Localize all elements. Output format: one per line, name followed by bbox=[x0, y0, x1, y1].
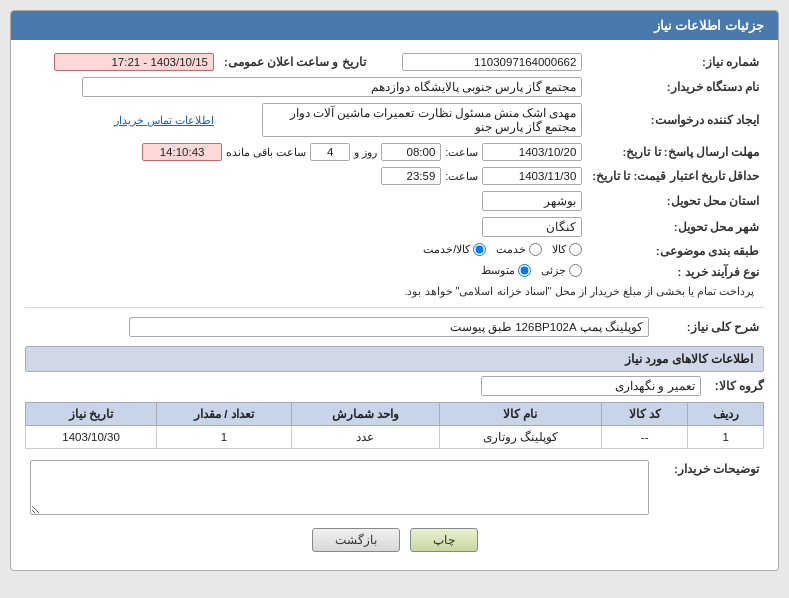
radio-kala-label: کالا bbox=[552, 243, 566, 256]
payment-note: پرداخت تمام یا بخشی از مبلغ خریدار از مح… bbox=[25, 282, 764, 301]
kalahai-section-header: اطلاعات کالاهای مورد نیاز bbox=[25, 346, 764, 372]
mohlet-saat-input: 08:00 bbox=[381, 143, 441, 161]
ettelaat-tamas-link[interactable]: اطلاعات تماس خریدار bbox=[114, 114, 214, 126]
shomare-value: 1103097164000662 bbox=[371, 50, 588, 74]
ostan-input: بوشهر bbox=[482, 191, 582, 211]
ostan-label: استان محل تحویل: bbox=[587, 188, 764, 214]
payment-row: پرداخت تمام یا بخشی از مبلغ خریدار از مح… bbox=[25, 282, 764, 301]
chap-button[interactable]: چاپ bbox=[410, 528, 478, 552]
col-name: نام کالا bbox=[439, 403, 601, 426]
noee-value: جزئی متوسط bbox=[25, 261, 587, 282]
mohlet-row: مهلت ارسال پاسخ: تا تاریخ: 1403/10/20 سا… bbox=[25, 140, 764, 164]
ostan-row: استان محل تحویل: بوشهر bbox=[25, 188, 764, 214]
table-row: 1 -- کوپلینگ روتاری عدد 1 1403/10/30 bbox=[26, 426, 764, 449]
tozih-table: توضیحات خریدار: bbox=[25, 457, 764, 518]
shahr-input: کنگان bbox=[482, 217, 582, 237]
mohlet-mande-label: ساعت باقی مانده bbox=[226, 146, 306, 159]
shomare-input: 1103097164000662 bbox=[402, 53, 582, 71]
radio-motevaset-input[interactable] bbox=[518, 264, 531, 277]
jadval-value: 1403/11/30 ساعت: 23:59 bbox=[25, 164, 587, 188]
mohlet-date-input: 1403/10/20 bbox=[482, 143, 582, 161]
naam-row: نام دستگاه خریدار: مجتمع گاز پارس جنوبی … bbox=[25, 74, 764, 100]
mohlet-rooz-input: 4 bbox=[310, 143, 350, 161]
radio-kala-khadamat-label: کالا/خدمت bbox=[423, 243, 470, 256]
tozih-row: توضیحات خریدار: bbox=[25, 457, 764, 518]
tabagheh-radio-group: کالا خدمت کالا/خدمت bbox=[423, 243, 582, 256]
cell-name: کوپلینگ روتاری bbox=[439, 426, 601, 449]
info-table: شماره نیاز: 1103097164000662 تاریخ و ساع… bbox=[25, 50, 764, 301]
mohlet-rooz-label: روز و bbox=[354, 146, 377, 159]
noee-row: نوع فرآیند خرید : جزئی متوسط bbox=[25, 261, 764, 282]
ijad-row: ایجاد کننده درخواست: مهدی اشک منش مسئول … bbox=[25, 100, 764, 140]
cell-kod: -- bbox=[601, 426, 688, 449]
shahr-label: شهر محل تحویل: bbox=[587, 214, 764, 240]
tarikh-value: 1403/10/15 - 17:21 bbox=[25, 50, 219, 74]
cell-tedad: 1 bbox=[157, 426, 292, 449]
tabagheh-value: کالا خدمت کالا/خدمت bbox=[25, 240, 587, 261]
card-body: شماره نیاز: 1103097164000662 تاریخ و ساع… bbox=[11, 40, 778, 570]
cell-radif: 1 bbox=[688, 426, 764, 449]
tozih-value bbox=[25, 457, 654, 518]
col-tarikh: تاریخ نیاز bbox=[26, 403, 157, 426]
jadval-label: حداقل تاریخ اعتبار قیمت: تا تاریخ: bbox=[587, 164, 764, 188]
kala-table-head: ردیف کد کالا نام کالا واحد شمارش تعداد /… bbox=[26, 403, 764, 426]
tarikh-input: 1403/10/15 - 17:21 bbox=[54, 53, 214, 71]
col-kod: کد کالا bbox=[601, 403, 688, 426]
payment-note-text: پرداخت تمام یا بخشی از مبلغ خریدار از مح… bbox=[404, 285, 754, 297]
kala-table-header-row: ردیف کد کالا نام کالا واحد شمارش تعداد /… bbox=[26, 403, 764, 426]
tarikh-label: تاریخ و ساعت اعلان عمومی: bbox=[219, 50, 371, 74]
jadval-date-input: 1403/11/30 bbox=[482, 167, 582, 185]
ijad-label: ایجاد کننده درخواست: bbox=[587, 100, 764, 140]
kala-table-body: 1 -- کوپلینگ روتاری عدد 1 1403/10/30 bbox=[26, 426, 764, 449]
gorooh-input: تعمیر و نگهداری bbox=[481, 376, 701, 396]
jadval-row: حداقل تاریخ اعتبار قیمت: تا تاریخ: 1403/… bbox=[25, 164, 764, 188]
sharh-value: کوپلینگ پمپ 126BP102A طبق پیوست bbox=[25, 314, 654, 340]
naam-label: نام دستگاه خریدار: bbox=[587, 74, 764, 100]
bazgasht-button[interactable]: بازگشت bbox=[312, 528, 400, 552]
footer-buttons: چاپ بازگشت bbox=[25, 528, 764, 560]
shahr-value: کنگان bbox=[371, 214, 588, 240]
gorooh-label: گروه کالا: bbox=[707, 379, 764, 393]
gorooh-row: گروه کالا: تعمیر و نگهداری bbox=[25, 376, 764, 396]
page-title: جزئیات اطلاعات نیاز bbox=[654, 18, 764, 33]
sharh-row: شرح کلی نیاز: کوپلینگ پمپ 126BP102A طبق … bbox=[25, 314, 764, 340]
sharh-input: کوپلینگ پمپ 126BP102A طبق پیوست bbox=[129, 317, 649, 337]
jadval-saat-input: 23:59 bbox=[381, 167, 441, 185]
mohlet-saat-label: ساعت: bbox=[445, 146, 478, 159]
card-header: جزئیات اطلاعات نیاز bbox=[11, 11, 778, 40]
radio-khadamat[interactable]: خدمت bbox=[496, 243, 542, 256]
divider1 bbox=[25, 307, 764, 308]
cell-tarikh: 1403/10/30 bbox=[26, 426, 157, 449]
radio-motevaset[interactable]: متوسط bbox=[481, 264, 531, 277]
naam-value: مجتمع گاز پارس جنوبی پالایشگاه دوازدهم bbox=[25, 74, 587, 100]
jadval-group: 1403/11/30 ساعت: 23:59 bbox=[30, 167, 582, 185]
ostan-value: بوشهر bbox=[371, 188, 588, 214]
shomare-row: شماره نیاز: 1103097164000662 تاریخ و ساع… bbox=[25, 50, 764, 74]
radio-kala-khadamat[interactable]: کالا/خدمت bbox=[423, 243, 486, 256]
mohlet-value: 1403/10/20 ساعت: 08:00 روز و 4 ساعت باقی… bbox=[25, 140, 587, 164]
col-vahid: واحد شمارش bbox=[291, 403, 439, 426]
shomare-label: شماره نیاز: bbox=[587, 50, 764, 74]
tabagheh-row: طبقه بندی موضوعی: کالا خدمت bbox=[25, 240, 764, 261]
tozih-textarea[interactable] bbox=[30, 460, 649, 515]
tozih-label: توضیحات خریدار: bbox=[654, 457, 764, 518]
naam-input: مجتمع گاز پارس جنوبی پالایشگاه دوازدهم bbox=[82, 77, 582, 97]
sharh-table: شرح کلی نیاز: کوپلینگ پمپ 126BP102A طبق … bbox=[25, 314, 764, 340]
page-wrapper: جزئیات اطلاعات نیاز شماره نیاز: 11030971… bbox=[0, 0, 789, 598]
ijad-value: مهدی اشک منش مسئول نظارت تعمیرات ماشین آ… bbox=[219, 100, 587, 140]
mohlet-mande-input: 14:10:43 bbox=[142, 143, 222, 161]
mohlet-group: 1403/10/20 ساعت: 08:00 روز و 4 ساعت باقی… bbox=[30, 143, 582, 161]
noee-radio-group: جزئی متوسط bbox=[481, 264, 582, 277]
radio-khadamat-input[interactable] bbox=[529, 243, 542, 256]
radio-kala-khadamat-input[interactable] bbox=[473, 243, 486, 256]
shahr-row: شهر محل تحویل: کنگان bbox=[25, 214, 764, 240]
radio-khadamat-label: خدمت bbox=[496, 243, 526, 256]
radio-kala[interactable]: کالا bbox=[552, 243, 582, 256]
kala-table: ردیف کد کالا نام کالا واحد شمارش تعداد /… bbox=[25, 402, 764, 449]
col-radif: ردیف bbox=[688, 403, 764, 426]
ijad-input: مهدی اشک منش مسئول نظارت تعمیرات ماشین آ… bbox=[262, 103, 582, 137]
col-tedad: تعداد / مقدار bbox=[157, 403, 292, 426]
radio-jozi[interactable]: جزئی bbox=[541, 264, 582, 277]
radio-kala-input[interactable] bbox=[569, 243, 582, 256]
radio-jozi-input[interactable] bbox=[569, 264, 582, 277]
